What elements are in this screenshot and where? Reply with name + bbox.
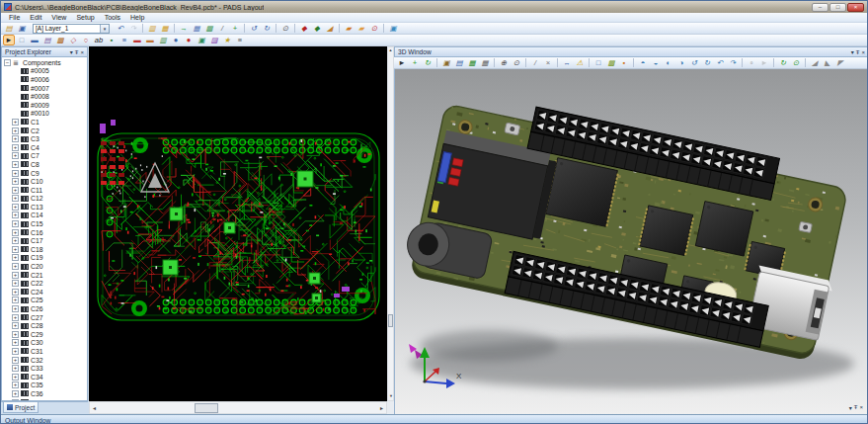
output-window-bar[interactable]: Output Window <box>1 414 867 424</box>
tree-item[interactable]: + C20 <box>2 262 87 271</box>
horizontal-scroll-thumb[interactable] <box>195 403 218 413</box>
chip-3d-icon[interactable]: ▪ <box>618 57 630 68</box>
separator[interactable] <box>803 57 808 68</box>
board-color-icon[interactable]: ▦ <box>466 57 478 68</box>
probe-b-icon[interactable]: ◣ <box>822 57 833 68</box>
select-3d-icon[interactable]: ► <box>396 57 408 68</box>
drafting-icon[interactable]: □ <box>16 35 28 45</box>
view-bottom-icon[interactable]: ◒ <box>650 57 662 68</box>
expand-box[interactable]: + <box>12 187 19 194</box>
expand-box[interactable]: + <box>12 195 19 202</box>
favorites-icon[interactable]: ★ <box>221 35 233 45</box>
separator[interactable] <box>381 23 386 34</box>
pin-icon[interactable]: Ŧ <box>75 49 79 55</box>
3d-board-render[interactable] <box>395 69 868 414</box>
tree-item[interactable]: + C22 <box>2 279 87 288</box>
tree-item[interactable]: + C4 <box>2 143 87 152</box>
tree-item[interactable]: + C9 <box>2 169 87 178</box>
separator[interactable] <box>242 23 247 34</box>
tree-item[interactable]: + C2 <box>2 127 87 135</box>
separator[interactable] <box>523 57 528 68</box>
expand-box[interactable]: + <box>12 254 19 261</box>
pour-manager-icon[interactable]: ▨ <box>208 35 220 45</box>
verify-red-icon[interactable]: ◆ <box>298 23 310 34</box>
3d-viewport[interactable]: X <box>394 69 868 414</box>
paste-doc-icon[interactable]: ▦ <box>159 23 171 34</box>
view-clusters-icon[interactable]: ▥ <box>157 35 169 45</box>
tree-item[interactable]: + C21 <box>2 271 87 280</box>
separator[interactable] <box>337 23 342 34</box>
select-box-icon[interactable]: ▫ <box>746 57 757 68</box>
menu-item[interactable]: Tools <box>100 14 125 21</box>
scroll-down-icon[interactable]: ▼ <box>389 393 393 399</box>
expand-box[interactable]: + <box>12 161 19 168</box>
pin-icon[interactable]: Ŧ <box>854 404 858 411</box>
eye-icon[interactable]: ● <box>170 35 182 45</box>
tree-item[interactable]: + C8 <box>2 160 87 169</box>
spin-ccw-icon[interactable]: ↺ <box>688 57 700 68</box>
collapse-box[interactable]: − <box>4 59 11 66</box>
menu-item[interactable]: Setup <box>71 14 99 21</box>
expand-box[interactable]: + <box>12 144 19 151</box>
rotate-left-icon[interactable]: ↶ <box>714 57 726 68</box>
separator[interactable] <box>434 57 439 68</box>
maximize-button[interactable]: □ <box>829 3 846 12</box>
separator[interactable] <box>172 23 177 34</box>
panel-menu-icon[interactable]: ▾ <box>70 49 73 55</box>
pin-icon[interactable]: Ŧ <box>856 49 860 55</box>
tree-item[interactable]: + C33 <box>2 364 87 373</box>
separator[interactable] <box>555 57 560 68</box>
rotate-right-icon[interactable]: ↷ <box>727 57 739 68</box>
expand-box[interactable]: + <box>12 289 19 296</box>
tree-item[interactable]: + C10 <box>2 177 87 186</box>
find-red-icon[interactable]: ⊙ <box>368 23 380 34</box>
open-icon[interactable]: ▤ <box>3 23 15 34</box>
list-icon[interactable]: ≡ <box>234 35 246 45</box>
nav-icon[interactable]: ► <box>758 57 770 68</box>
expand-box[interactable]: + <box>12 331 19 338</box>
minimize-button[interactable]: – <box>812 3 829 12</box>
doc-green-icon[interactable]: ▣ <box>196 35 207 45</box>
close-icon[interactable]: × <box>80 49 84 55</box>
chevron-down-icon[interactable]: ▾ <box>100 25 109 33</box>
expand-box[interactable]: + <box>12 382 19 388</box>
expand-box[interactable]: + <box>12 280 19 287</box>
tree-item[interactable]: #0006 <box>2 75 87 84</box>
panel-menu-icon[interactable]: ▾ <box>849 404 852 411</box>
measure-line-icon[interactable]: / <box>216 23 228 34</box>
tree-item[interactable]: + C29 <box>2 330 87 339</box>
layer-combo[interactable]: [A] Layer_1 ▾ <box>33 24 110 34</box>
expand-box[interactable]: + <box>12 119 19 126</box>
view-right-icon[interactable]: ◑ <box>675 57 687 68</box>
undo-icon[interactable]: ↶ <box>115 23 126 34</box>
separator[interactable] <box>587 57 592 68</box>
probe-a-icon[interactable]: ◢ <box>809 57 821 68</box>
tree-item[interactable]: + C32 <box>2 356 87 365</box>
tree-item[interactable]: #0007 <box>2 84 87 93</box>
spin-cw-icon[interactable]: ↻ <box>701 57 713 68</box>
tree-item[interactable]: + C25 <box>2 297 87 305</box>
expand-box[interactable]: + <box>12 322 19 329</box>
expand-box[interactable]: + <box>12 237 19 244</box>
expand-box[interactable]: + <box>12 135 19 142</box>
scroll-up-icon[interactable]: ▲ <box>389 47 393 52</box>
tree-item[interactable]: #0008 <box>2 92 87 101</box>
separator[interactable] <box>771 57 776 68</box>
tree-item[interactable]: + C19 <box>2 254 87 263</box>
component-icon[interactable]: ▪ <box>106 35 118 45</box>
copy-doc-icon[interactable]: ▥ <box>146 23 158 34</box>
expand-box[interactable]: + <box>12 365 19 372</box>
layout-vertical-scrollbar[interactable]: ▲ ▼ <box>387 46 394 401</box>
expand-box[interactable]: + <box>12 374 19 381</box>
no-entry-icon[interactable]: ○ <box>80 35 92 45</box>
tree-item[interactable]: #0005 <box>2 67 87 76</box>
menu-item[interactable]: File <box>4 14 25 21</box>
pan-3d-icon[interactable]: + <box>409 57 421 68</box>
panel-menu-icon[interactable]: ▾ <box>851 49 854 55</box>
separator[interactable] <box>631 57 636 68</box>
expand-box[interactable]: + <box>12 127 19 134</box>
link-icon[interactable]: ▣ <box>387 23 399 34</box>
tree-item[interactable]: + C36 <box>2 389 87 398</box>
save-icon[interactable]: ▣ <box>16 23 28 34</box>
separator[interactable] <box>740 57 745 68</box>
